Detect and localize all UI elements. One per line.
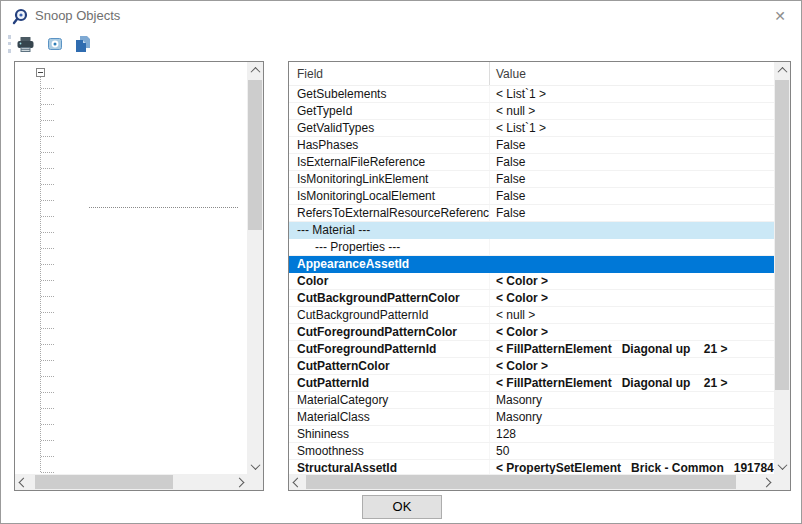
scroll-right-icon[interactable]	[758, 474, 774, 490]
tree-item[interactable]: < Air Infiltration Barrier 20526 >	[15, 96, 247, 112]
tree-item[interactable]: < Ceiling Tile 600 x 1200 28309 >	[15, 240, 247, 256]
grid-row[interactable]: GetSubelements < List`1 >	[289, 86, 774, 103]
scrollbar-corner	[247, 474, 263, 490]
tree-horizontal-scrollbar[interactable]	[15, 474, 247, 490]
grid-cell-field: RefersToExternalResourceReferences	[289, 205, 489, 221]
tree-hscroll-thumb[interactable]	[35, 475, 173, 489]
grid-row[interactable]: CutPatternId < FillPatternElement Diagon…	[289, 375, 774, 392]
tree-item[interactable]: < Analytical Slab Surface 165329 >	[15, 144, 247, 160]
materials-tree: Material < Air 20524 > < Air Infiltratio…	[15, 64, 247, 474]
grid-cell-value	[489, 256, 774, 272]
grid-horizontal-scrollbar[interactable]	[289, 474, 774, 490]
grid-row[interactable]: CutPatternColor < Color >	[289, 358, 774, 375]
grid-header: Field Value	[289, 62, 774, 86]
grid-row[interactable]: HasPhases False	[289, 137, 774, 154]
scroll-left-icon[interactable]	[15, 474, 31, 490]
column-header-value[interactable]: Value	[489, 62, 774, 85]
scroll-up-icon[interactable]	[247, 62, 263, 78]
grid-cell-field: CutBackgroundPatternColor	[289, 290, 489, 306]
grid-cell-field: IsExternalFileReference	[289, 154, 489, 170]
tree-item[interactable]: < Analytical Wall Surface 165330 >	[15, 160, 247, 176]
grid-cell-field: Smoothness	[289, 443, 489, 459]
tree-item[interactable]: < Copper 156263 >	[15, 400, 247, 416]
grid-cell-value: < null >	[489, 103, 774, 119]
collapse-icon[interactable]	[36, 68, 45, 77]
grid-cell-field: MaterialCategory	[289, 392, 489, 408]
tree-item[interactable]: < Aluminum 20503 >	[15, 112, 247, 128]
grid-row[interactable]: Color < Color >	[289, 273, 774, 290]
grid-row[interactable]: StructuralAssetId < PropertySetElement B…	[289, 460, 774, 474]
materials-tree-panel: Material < Air 20524 > < Air Infiltratio…	[14, 61, 264, 491]
tree-item[interactable]: < Ceiling Tile 600 x 600 28310 >	[15, 256, 247, 272]
print-button[interactable]	[14, 34, 36, 54]
grid-row[interactable]: Shininess 128	[289, 426, 774, 443]
grid-row[interactable]: AppearanceAssetId	[289, 256, 774, 273]
grid-row[interactable]: IsExternalFileReference False	[289, 154, 774, 171]
tree-item[interactable]: < Brick, Common 20491 >	[15, 192, 247, 208]
tree-item[interactable]: < Clad - White 344149 >	[15, 304, 247, 320]
grid-cell-value: Masonry	[489, 409, 774, 425]
scroll-down-icon[interactable]	[247, 458, 263, 474]
tree-item[interactable]: < Damp-proofing 20533 >	[15, 416, 247, 432]
grid-cell-field: --- Material ---	[289, 222, 489, 238]
close-icon[interactable]: ✕	[767, 4, 793, 28]
grid-vscroll-thumb[interactable]	[775, 80, 789, 390]
grid-row[interactable]: IsMonitoringLocalElement False	[289, 188, 774, 205]
tree-item[interactable]: < Concrete Masonry Units 20492 >	[15, 320, 247, 336]
tree-item[interactable]: < Concrete, Cast-in-Place gray 20489 >	[15, 352, 247, 368]
grid-row[interactable]: GetValidTypes < List`1 >	[289, 120, 774, 137]
grid-hscroll-thumb[interactable]	[306, 475, 736, 489]
tree-item[interactable]: < Air 20524 >	[15, 80, 247, 96]
tree-item[interactable]: < Analytical Floor Surface 165328 >	[15, 128, 247, 144]
grid-row[interactable]: CutForegroundPatternId < FillPatternElem…	[289, 341, 774, 358]
grid-cell-field: AppearanceAssetId	[289, 256, 489, 272]
print-preview-button[interactable]	[44, 34, 66, 54]
grid-cell-field: Color	[289, 273, 489, 289]
grid-cell-value: < Color >	[489, 324, 774, 340]
grid-vertical-scrollbar[interactable]	[774, 62, 790, 474]
column-header-field[interactable]: Field	[289, 62, 489, 85]
tree-root[interactable]: Material	[15, 64, 247, 80]
grid-row[interactable]: RefersToExternalResourceReferences False	[289, 205, 774, 222]
grid-cell-value: 50	[489, 443, 774, 459]
grid-cell-field: CutPatternColor	[289, 358, 489, 374]
grid-row[interactable]: --- Properties ---	[289, 239, 774, 256]
scroll-up-icon[interactable]	[774, 62, 790, 78]
grid-row[interactable]: MaterialClass Masonry	[289, 409, 774, 426]
tree-item[interactable]: < Default Form 136428 >	[15, 464, 247, 474]
grid-row[interactable]: --- Material ---	[289, 222, 774, 239]
grid-cell-field: CutForegroundPatternId	[289, 341, 489, 357]
snoop-objects-dialog: Snoop Objects ✕	[0, 0, 802, 524]
grid-cell-value: < FillPatternElement Diagonal up 21 >	[489, 341, 774, 357]
tree-item[interactable]: < Concrete Masonry Units (1) 75452 >	[15, 336, 247, 352]
tree-vscroll-thumb[interactable]	[248, 80, 262, 230]
grid-row[interactable]: MaterialCategory Masonry	[289, 392, 774, 409]
grid-cell-field: --- Properties ---	[289, 239, 489, 255]
tree-item[interactable]: < Concrete, Lightweight 25367 >	[15, 368, 247, 384]
tree-item[interactable]: < Ceramic Tile 50944 >	[15, 272, 247, 288]
grid-row[interactable]: Smoothness 50	[289, 443, 774, 460]
grid-cell-field: GetTypeId	[289, 103, 489, 119]
tree-item[interactable]: < Cherry 33400 >	[15, 288, 247, 304]
scroll-right-icon[interactable]	[231, 474, 247, 490]
ok-button[interactable]: OK	[362, 495, 442, 519]
tree-item[interactable]: < Concrete, Precast 20490 >	[15, 384, 247, 400]
grid-row[interactable]: GetTypeId < null >	[289, 103, 774, 120]
tree-item[interactable]: < Default Floor 19102 >	[15, 448, 247, 464]
grid-row[interactable]: CutBackgroundPatternId < null >	[289, 307, 774, 324]
tree-item[interactable]: < Asphalt Shingle 25364 >	[15, 176, 247, 192]
copy-button[interactable]	[71, 34, 93, 54]
scroll-left-icon[interactable]	[289, 474, 305, 490]
scroll-down-icon[interactable]	[774, 458, 790, 474]
grid-cell-value: < Color >	[489, 273, 774, 289]
toolbar	[1, 31, 801, 57]
grid-cell-value: False	[489, 188, 774, 204]
tree-item[interactable]: < Default 19101 >	[15, 432, 247, 448]
grid-cell-value: < Color >	[489, 358, 774, 374]
tree-vertical-scrollbar[interactable]	[247, 62, 263, 474]
grid-row[interactable]: CutForegroundPatternColor < Color >	[289, 324, 774, 341]
tree-item[interactable]: < Carpet 50945 >	[15, 224, 247, 240]
tree-item[interactable]: < Brick, Soldier Course 42541 >	[15, 208, 247, 224]
grid-row[interactable]: CutBackgroundPatternColor < Color >	[289, 290, 774, 307]
grid-row[interactable]: IsMonitoringLinkElement False	[289, 171, 774, 188]
